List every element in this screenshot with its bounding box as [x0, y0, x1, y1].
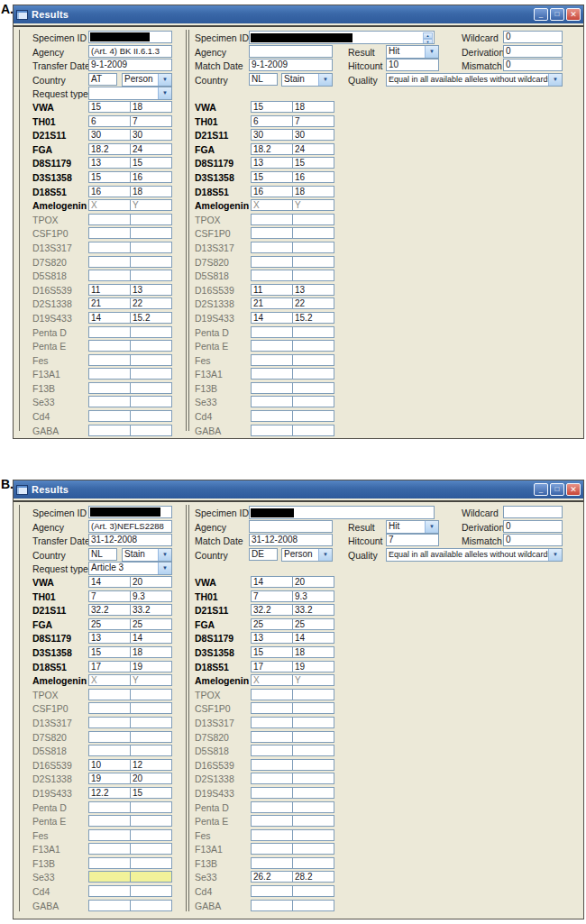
allele-2-field[interactable] — [292, 410, 334, 422]
close-button[interactable]: ✕ — [566, 8, 581, 21]
wildcard-field[interactable]: 0 — [503, 31, 563, 43]
allele-2-field[interactable] — [292, 354, 334, 366]
chevron-down-icon[interactable]: ▼ — [425, 521, 438, 533]
chevron-down-icon[interactable]: ▼ — [158, 87, 171, 99]
allele-1-field[interactable] — [251, 242, 293, 253]
chevron-down-icon[interactable]: ▼ — [318, 549, 332, 561]
agency-field[interactable] — [249, 45, 333, 58]
country-code-field[interactable]: DE — [249, 548, 278, 561]
allele-2-field[interactable]: 18 — [292, 186, 334, 197]
minimize-button[interactable]: _ — [534, 483, 548, 496]
allele-2-field[interactable]: 15.2 — [130, 312, 172, 324]
allele-1-field[interactable]: 14 — [251, 576, 293, 588]
allele-1-field[interactable] — [88, 843, 131, 855]
allele-1-field[interactable] — [251, 759, 293, 771]
result-select[interactable]: Hit▼ — [386, 520, 439, 534]
allele-1-field[interactable]: 17 — [251, 661, 293, 672]
country-type-select[interactable]: Person▼ — [122, 73, 172, 87]
allele-1-field[interactable]: 25 — [88, 618, 131, 630]
allele-2-field[interactable]: 30 — [130, 129, 172, 141]
allele-1-field[interactable] — [251, 410, 293, 422]
allele-1-field[interactable] — [88, 396, 131, 407]
allele-1-field[interactable] — [251, 900, 293, 911]
match-date-field[interactable]: 9-1-2009 — [249, 59, 333, 71]
allele-1-field[interactable] — [88, 326, 131, 338]
allele-1-field[interactable]: 11 — [88, 284, 131, 296]
allele-1-field[interactable]: 14 — [251, 312, 293, 324]
allele-1-field[interactable] — [88, 425, 131, 436]
allele-1-field[interactable]: 32.2 — [88, 604, 131, 616]
allele-2-field[interactable] — [292, 689, 334, 700]
allele-2-field[interactable] — [292, 801, 334, 813]
allele-1-field[interactable]: 16 — [88, 186, 131, 197]
quality-select[interactable]: Equal in all available alleles without w… — [386, 73, 563, 87]
allele-1-field[interactable] — [251, 815, 293, 827]
allele-2-field[interactable]: 12 — [130, 759, 172, 771]
allele-2-field[interactable] — [292, 340, 334, 352]
allele-2-field[interactable] — [292, 227, 334, 239]
allele-2-field[interactable]: 18 — [130, 646, 172, 658]
allele-2-field[interactable] — [292, 843, 334, 855]
allele-1-field[interactable] — [88, 340, 131, 352]
allele-2-field[interactable] — [130, 815, 172, 827]
allele-2-field[interactable] — [130, 745, 172, 756]
allele-1-field[interactable] — [88, 829, 131, 841]
allele-2-field[interactable] — [292, 270, 334, 281]
spin-down-icon[interactable]: ▼ — [423, 39, 433, 44]
allele-1-field[interactable] — [251, 745, 293, 756]
allele-2-field[interactable]: Y — [130, 199, 172, 211]
allele-1-field[interactable] — [88, 745, 131, 756]
allele-2-field[interactable] — [130, 425, 172, 436]
allele-1-field[interactable]: 13 — [251, 632, 293, 644]
allele-2-field[interactable]: 33.2 — [130, 604, 172, 616]
allele-2-field[interactable]: 9.3 — [130, 590, 172, 602]
allele-1-field[interactable] — [88, 689, 131, 700]
allele-1-field[interactable] — [251, 857, 293, 869]
allele-1-field[interactable]: 18.2 — [88, 143, 131, 155]
allele-1-field[interactable]: 12.2 — [88, 787, 131, 799]
allele-1-field[interactable] — [251, 717, 293, 728]
allele-1-field[interactable] — [88, 717, 131, 728]
allele-2-field[interactable]: 18 — [130, 186, 172, 197]
allele-2-field[interactable] — [292, 815, 334, 827]
allele-1-field[interactable]: 15 — [88, 646, 131, 658]
titlebar[interactable]: Results _ □ ✕ — [14, 480, 583, 499]
allele-1-field[interactable] — [88, 382, 131, 394]
allele-1-field[interactable] — [88, 256, 131, 268]
allele-2-field[interactable] — [292, 829, 334, 841]
allele-2-field[interactable]: 18 — [130, 101, 172, 113]
allele-2-field[interactable]: 14 — [292, 632, 334, 644]
allele-2-field[interactable]: 13 — [292, 284, 334, 296]
allele-1-field[interactable] — [251, 326, 293, 338]
spin-up-icon[interactable]: ▲ — [423, 32, 433, 39]
allele-1-field[interactable] — [251, 885, 293, 897]
allele-1-field[interactable]: X — [251, 674, 293, 686]
allele-1-field[interactable]: 13 — [88, 157, 131, 169]
allele-1-field[interactable]: 10 — [88, 759, 131, 771]
allele-1-field[interactable]: 17 — [88, 661, 131, 672]
specimen-id-field[interactable]: ▲▼ — [249, 31, 435, 44]
chevron-down-icon[interactable]: ▼ — [158, 549, 171, 561]
allele-2-field[interactable]: 20 — [130, 773, 172, 784]
allele-2-field[interactable] — [130, 410, 172, 422]
allele-2-field[interactable]: 25 — [130, 618, 172, 630]
chevron-down-icon[interactable]: ▼ — [158, 74, 171, 86]
agency-field[interactable]: (Art. 3)NEFLS2288 — [88, 520, 172, 533]
transfer-date-field[interactable]: 9-1-2009 — [88, 59, 172, 71]
allele-2-field[interactable] — [292, 242, 334, 253]
allele-2-field[interactable] — [130, 242, 172, 253]
allele-2-field[interactable] — [130, 326, 172, 338]
allele-1-field[interactable] — [88, 731, 131, 743]
allele-2-field[interactable] — [130, 227, 172, 239]
allele-2-field[interactable] — [292, 425, 334, 436]
wildcard-field[interactable] — [503, 506, 563, 518]
allele-1-field[interactable] — [251, 396, 293, 407]
close-button[interactable]: ✕ — [566, 483, 581, 496]
allele-1-field[interactable]: 14 — [88, 576, 131, 588]
request-type-select[interactable]: Article 3▼ — [88, 562, 172, 575]
allele-1-field[interactable] — [251, 214, 293, 225]
allele-1-field[interactable] — [251, 256, 293, 268]
allele-1-field[interactable] — [251, 425, 293, 436]
allele-2-field[interactable]: 7 — [292, 115, 334, 127]
allele-2-field[interactable] — [292, 773, 334, 784]
